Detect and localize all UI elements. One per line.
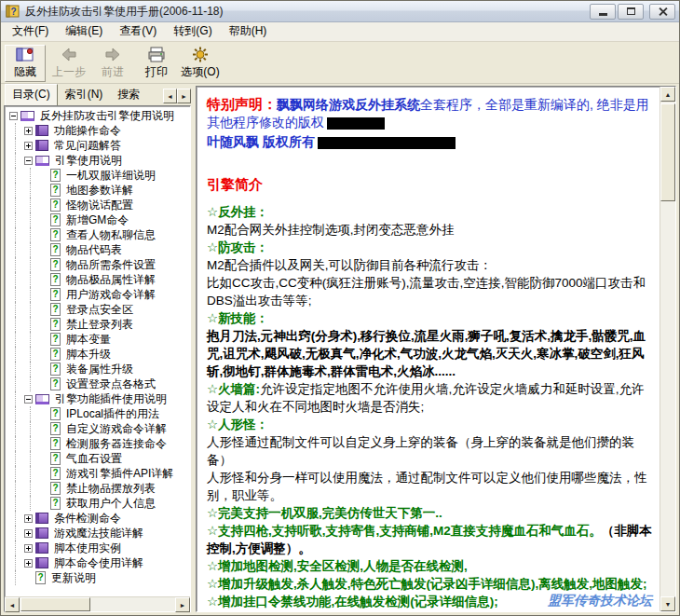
page-icon [50, 198, 61, 212]
tree-item-label[interactable]: 引擎使用说明 [53, 153, 124, 169]
book-closed-icon [35, 542, 48, 554]
tree-guide-line [22, 451, 37, 466]
tree-item-label[interactable]: 用户游戏命令详解 [64, 287, 157, 303]
menu-file[interactable]: 文件(F) [4, 21, 57, 42]
scroll-down-arrow[interactable]: ▼ [660, 596, 675, 611]
tree-item-label[interactable]: 气血石设置 [64, 451, 124, 467]
tree-guide-line [7, 153, 22, 168]
tree-item: 引擎功能插件使用说明 [7, 391, 190, 406]
tree-item-label[interactable]: 新增GM命令 [64, 212, 130, 228]
tree-item-label[interactable]: 物品代码表 [64, 242, 124, 258]
tree-item: 装备属性升级 [7, 362, 190, 376]
tree-item-label[interactable]: 检测服务器连接命令 [64, 436, 169, 452]
vertical-scrollbar[interactable]: ▲ ▼ [660, 87, 675, 611]
book-closed-icon [35, 557, 48, 568]
scroll-right-arrow[interactable]: ► [175, 597, 190, 612]
tree-item-label[interactable]: 物品所需条件设置 [64, 257, 157, 273]
forward-button[interactable]: 前进 [92, 45, 133, 82]
close-button[interactable] [649, 4, 675, 20]
menu-go[interactable]: 转到(G) [165, 21, 220, 42]
scroll-left-arrow[interactable]: ◄ [5, 597, 20, 612]
tree-item: 条件检测命令 [7, 511, 190, 526]
tab-scroll-left-button[interactable]: ◄ [163, 89, 177, 103]
tree-guide-line [22, 272, 37, 287]
tab-contents[interactable]: 目录(C) [5, 84, 58, 105]
maximize-button[interactable] [618, 4, 644, 20]
tree-item-label[interactable]: 更新说明 [49, 570, 98, 586]
options-button[interactable]: 选项(O) [180, 45, 221, 82]
tab-search[interactable]: 搜索 [110, 84, 147, 105]
tree-item-label[interactable]: 物品极品属性详解 [64, 272, 157, 288]
tree-item-label[interactable]: 设置登录点各格式 [64, 376, 157, 392]
tree-item-label[interactable]: 查看人物私聊信息 [64, 227, 157, 243]
collapse-toggle-icon[interactable] [24, 395, 33, 404]
tree-item-label[interactable]: 游戏魔法技能详解 [52, 526, 145, 541]
navigation-pane: 目录(C) 索引(N) 搜索 ◄ ► 反外挂防攻击引擎使用说明功能操作命令常见问… [4, 86, 191, 612]
expand-toggle-icon[interactable] [24, 559, 33, 568]
tree-guide-line [22, 212, 37, 227]
vertical-scroll-thumb[interactable] [660, 103, 675, 201]
main-area: 目录(C) 索引(N) 搜索 ◄ ► 反外挂防攻击引擎使用说明功能操作命令常见问… [1, 84, 679, 615]
tree-item-label[interactable]: 怪物说话配置 [64, 198, 135, 213]
collapse-toggle-icon[interactable] [24, 157, 33, 165]
tree-item-label[interactable]: 引擎功能插件使用说明 [53, 391, 169, 407]
scroll-up-arrow[interactable]: ▲ [660, 87, 675, 102]
tree-item: 气血石设置 [7, 451, 190, 466]
tree-item-label[interactable]: 禁止物品摆放列表 [64, 481, 157, 497]
tree-item: 地图参数详解 [7, 183, 190, 198]
horizontal-scrollbar[interactable]: ◄ ► [5, 596, 190, 611]
horizontal-scroll-thumb[interactable] [20, 597, 90, 611]
tree-guide-line [7, 287, 22, 302]
expand-toggle-icon[interactable] [24, 514, 33, 523]
content-text: 引擎简介 [207, 176, 263, 192]
tree-item-label[interactable]: 功能操作命令 [52, 123, 123, 139]
tree-item-label[interactable]: 脚本使用实例 [52, 541, 123, 556]
collapse-toggle-icon[interactable] [9, 112, 18, 120]
tree-guide-line [22, 227, 37, 242]
tab-index[interactable]: 索引(N) [58, 84, 111, 105]
menu-edit[interactable]: 编辑(E) [57, 21, 111, 42]
minimize-button[interactable] [590, 4, 616, 20]
tree-item-label[interactable]: IPLocal插件的用法 [64, 406, 161, 422]
expand-toggle-icon[interactable] [24, 529, 33, 538]
expand-toggle-icon[interactable] [24, 127, 33, 135]
hide-button[interactable]: 隐藏 [5, 45, 46, 82]
tree-guide-line [7, 496, 22, 511]
expand-toggle-icon[interactable] [24, 544, 33, 553]
tree-guide-line [7, 511, 22, 526]
horizontal-scroll-track[interactable] [20, 597, 175, 611]
back-button[interactable]: 上一步 [48, 45, 89, 82]
tree-item: 登录点安全区 [7, 302, 190, 317]
close-icon [658, 7, 668, 17]
tree-item-label[interactable]: 条件检测命令 [52, 511, 123, 527]
tree-guide-line [7, 347, 22, 362]
content-paragraph: ☆增加挂口令禁线功能,在线触发检测(记录详细信息); [207, 593, 654, 610]
tree-item-label[interactable]: 禁止登录列表 [64, 317, 135, 333]
tree-guide-line [22, 347, 37, 362]
tree-guide-line [7, 466, 22, 481]
tab-scroll-right-button[interactable]: ► [177, 89, 191, 103]
tree-guide-line [7, 436, 22, 451]
content-pane: 特别声明：飘飘网络游戏反外挂系统全套程序，全部是重新编译的, 绝非是用其他程序修… [196, 86, 676, 612]
tree-item-label[interactable]: 自定义游戏命令详解 [64, 421, 169, 437]
tree-item-label[interactable]: 游戏引擎插件API详解 [64, 466, 175, 482]
menu-help[interactable]: 帮助(H) [221, 21, 276, 42]
tree-item-label[interactable]: 一机双服详细说明 [64, 168, 157, 184]
print-button[interactable]: 打印 [136, 45, 177, 82]
tree-item-label[interactable]: 反外挂防攻击引擎使用说明 [38, 108, 176, 124]
vertical-scroll-track[interactable] [660, 102, 675, 596]
tree-guide-line [22, 466, 37, 481]
content-text: ☆反外挂： [207, 205, 268, 219]
tree-item-label[interactable]: 获取用户个人信息 [64, 496, 157, 512]
tree-item-label[interactable]: 脚本命令使用详解 [52, 555, 145, 571]
tree-guide-line [7, 302, 22, 317]
tree-item-label[interactable]: 地图参数详解 [64, 183, 135, 198]
page-icon [50, 407, 61, 420]
tree-item-label[interactable]: 登录点安全区 [64, 302, 135, 318]
menu-view[interactable]: 查看(V) [111, 21, 165, 42]
tree-item-label[interactable]: 脚本变量 [64, 332, 113, 348]
tree-item-label[interactable]: 装备属性升级 [64, 362, 135, 377]
tree-item-label[interactable]: 脚本升级 [64, 347, 113, 363]
expand-toggle-icon[interactable] [24, 142, 33, 150]
tree-item-label[interactable]: 常见问题解答 [52, 138, 123, 154]
